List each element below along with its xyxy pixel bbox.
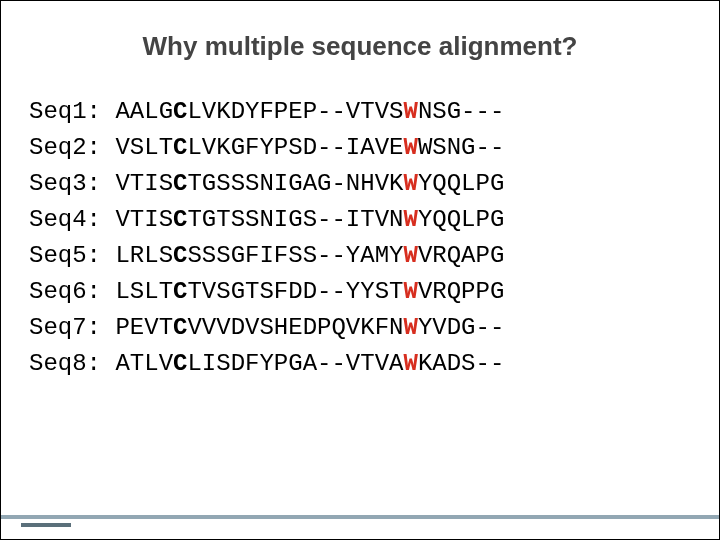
sequence-row: Seq1: AALGCLVKDYFPEP--VTVSWNSG---	[29, 94, 719, 130]
residue-run: WSNG--	[418, 134, 504, 161]
conserved-tryptophan: W	[403, 242, 417, 269]
residue-run: LSLT	[115, 278, 173, 305]
residue-run: KADS--	[418, 350, 504, 377]
residue-run: ATLV	[115, 350, 173, 377]
residue-run: VTIS	[115, 206, 173, 233]
sequence-label: Seq6:	[29, 278, 115, 305]
conserved-cysteine: C	[173, 350, 187, 377]
sequence-label: Seq7:	[29, 314, 115, 341]
conserved-tryptophan: W	[403, 206, 417, 233]
footer-accent	[21, 523, 71, 527]
residue-run: TGTSSNIGS--ITVN	[187, 206, 403, 233]
residue-run: VTIS	[115, 170, 173, 197]
sequence-row: Seq8: ATLVCLISDFYPGA--VTVAWKADS--	[29, 346, 719, 382]
conserved-cysteine: C	[173, 314, 187, 341]
residue-run: NSG---	[418, 98, 504, 125]
residue-run: VSLT	[115, 134, 173, 161]
conserved-tryptophan: W	[403, 170, 417, 197]
residue-run: TVSGTSFDD--YYST	[187, 278, 403, 305]
footer-rule	[1, 515, 719, 527]
slide-frame: Why multiple sequence alignment? Seq1: A…	[0, 0, 720, 540]
residue-run: YQQLPG	[418, 170, 504, 197]
conserved-cysteine: C	[173, 134, 187, 161]
sequence-row: Seq7: PEVTCVVVDVSHEDPQVKFNWYVDG--	[29, 310, 719, 346]
conserved-cysteine: C	[173, 278, 187, 305]
conserved-cysteine: C	[173, 98, 187, 125]
residue-run: YQQLPG	[418, 206, 504, 233]
sequence-label: Seq8:	[29, 350, 115, 377]
residue-run: TGSSSNIGAG-NHVK	[187, 170, 403, 197]
sequence-row: Seq3: VTISCTGSSSNIGAG-NHVKWYQQLPG	[29, 166, 719, 202]
slide-title: Why multiple sequence alignment?	[1, 1, 719, 72]
conserved-cysteine: C	[173, 242, 187, 269]
residue-run: LRLS	[115, 242, 173, 269]
sequence-label: Seq5:	[29, 242, 115, 269]
conserved-tryptophan: W	[403, 134, 417, 161]
sequence-label: Seq2:	[29, 134, 115, 161]
residue-run: PEVT	[115, 314, 173, 341]
sequence-row: Seq4: VTISCTGTSSNIGS--ITVNWYQQLPG	[29, 202, 719, 238]
residue-run: SSSGFIFSS--YAMY	[187, 242, 403, 269]
residue-run: VRQAPG	[418, 242, 504, 269]
residue-run: LVKDYFPEP--VTVS	[187, 98, 403, 125]
sequence-label: Seq3:	[29, 170, 115, 197]
residue-run: LVKGFYPSD--IAVE	[187, 134, 403, 161]
residue-run: AALG	[115, 98, 173, 125]
residue-run: VVVDVSHEDPQVKFN	[187, 314, 403, 341]
conserved-cysteine: C	[173, 170, 187, 197]
residue-run: LISDFYPGA--VTVA	[187, 350, 403, 377]
sequence-label: Seq1:	[29, 98, 115, 125]
conserved-tryptophan: W	[403, 98, 417, 125]
conserved-tryptophan: W	[403, 314, 417, 341]
alignment-block: Seq1: AALGCLVKDYFPEP--VTVSWNSG---Seq2: V…	[1, 72, 719, 382]
conserved-cysteine: C	[173, 206, 187, 233]
residue-run: VRQPPG	[418, 278, 504, 305]
sequence-row: Seq2: VSLTCLVKGFYPSD--IAVEWWSNG--	[29, 130, 719, 166]
residue-run: YVDG--	[418, 314, 504, 341]
sequence-row: Seq5: LRLSCSSSGFIFSS--YAMYWVRQAPG	[29, 238, 719, 274]
conserved-tryptophan: W	[403, 278, 417, 305]
sequence-row: Seq6: LSLTCTVSGTSFDD--YYSTWVRQPPG	[29, 274, 719, 310]
conserved-tryptophan: W	[403, 350, 417, 377]
sequence-label: Seq4:	[29, 206, 115, 233]
